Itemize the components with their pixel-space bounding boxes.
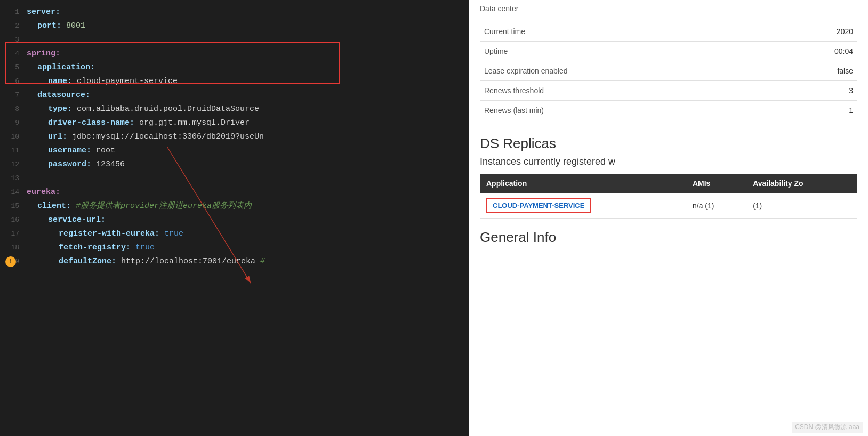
stat-label-lease-expiration: Lease expiration enabled	[480, 61, 771, 81]
instances-title: Instances currently registered w	[469, 156, 868, 167]
col-header-availability-zone: Availability Zo	[746, 174, 857, 193]
data-center-label: Data center	[469, 0, 868, 15]
instances-table-container: Application AMIs Availability Zo CLOUD-P…	[469, 174, 868, 219]
eureka-dashboard: Data center Current time 2020 Uptime 00:…	[469, 0, 868, 436]
code-line-16: 16service-url:	[0, 213, 469, 227]
ds-replicas-title: DS Replicas	[469, 135, 868, 152]
code-line-14: 14eureka:	[0, 185, 469, 199]
code-line-11: 11username: root	[0, 144, 469, 158]
stat-row-lease-expiration: Lease expiration enabled false	[480, 61, 857, 81]
stat-label-renews-last-min: Renews (last min)	[480, 101, 771, 120]
stat-value-current-time: 2020	[771, 22, 857, 42]
code-line-15: 15client: #服务提供者provider注册进eureka服务列表内	[0, 199, 469, 213]
code-line-8: 8type: com.alibaba.druid.pool.DruidDataS…	[0, 102, 469, 116]
code-line-5: 5application:	[0, 61, 469, 75]
stat-label-current-time: Current time	[480, 22, 771, 42]
instance-app-name[interactable]: CLOUD-PAYMENT-SERVICE	[480, 193, 686, 219]
code-line-7: 7datasource:	[0, 88, 469, 102]
code-line-2: 2port: 8001	[0, 19, 469, 33]
col-header-amis: AMIs	[686, 174, 746, 193]
instances-table-header-row: Application AMIs Availability Zo	[480, 174, 857, 193]
code-line-13: 13	[0, 172, 469, 185]
stats-section: Current time 2020 Uptime 00:04 Lease exp…	[469, 15, 868, 127]
stat-row-uptime: Uptime 00:04	[480, 42, 857, 61]
code-line-17: 17register-with-eureka: true	[0, 227, 469, 241]
code-line-10: 10url: jdbc:mysql://localhost:3306/db201…	[0, 130, 469, 144]
code-line-19: 19 ! defaultZone: http://localhost:7001/…	[0, 255, 469, 269]
col-header-application: Application	[480, 174, 686, 193]
stat-row-renews-last-min: Renews (last min) 1	[480, 101, 857, 120]
stat-row-renews-threshold: Renews threshold 3	[480, 81, 857, 101]
code-line-1: 1server:	[0, 5, 469, 19]
stat-label-renews-threshold: Renews threshold	[480, 81, 771, 101]
stat-row-current-time: Current time 2020	[480, 22, 857, 42]
code-editor: 1server: 2port: 8001 3 4spring: 5applica…	[0, 0, 469, 436]
code-line-4: 4spring:	[0, 47, 469, 61]
instance-amis: n/a (1)	[686, 193, 746, 219]
stats-table: Current time 2020 Uptime 00:04 Lease exp…	[480, 22, 857, 120]
stat-value-lease-expiration: false	[771, 61, 857, 81]
stat-value-renews-threshold: 3	[771, 81, 857, 101]
code-line-18: 18fetch-registry: true	[0, 241, 469, 255]
general-info-title: General Info	[469, 229, 868, 246]
instances-table: Application AMIs Availability Zo CLOUD-P…	[480, 174, 857, 219]
warning-icon: !	[5, 256, 16, 267]
instance-az: (1)	[746, 193, 857, 219]
code-line-6: 6name: cloud-payment-service	[0, 75, 469, 88]
stat-value-uptime: 00:04	[771, 42, 857, 61]
instance-row-0: CLOUD-PAYMENT-SERVICE n/a (1) (1)	[480, 193, 857, 219]
stat-label-uptime: Uptime	[480, 42, 771, 61]
stat-value-renews-last-min: 1	[771, 101, 857, 120]
cloud-payment-service-link[interactable]: CLOUD-PAYMENT-SERVICE	[486, 198, 591, 213]
code-line-9: 9driver-class-name: org.gjt.mm.mysql.Dri…	[0, 116, 469, 130]
code-line-3: 3	[0, 33, 469, 47]
code-line-12: 12password: 123456	[0, 158, 469, 172]
watermark: CSDN @清风微凉 aaa	[792, 422, 863, 433]
